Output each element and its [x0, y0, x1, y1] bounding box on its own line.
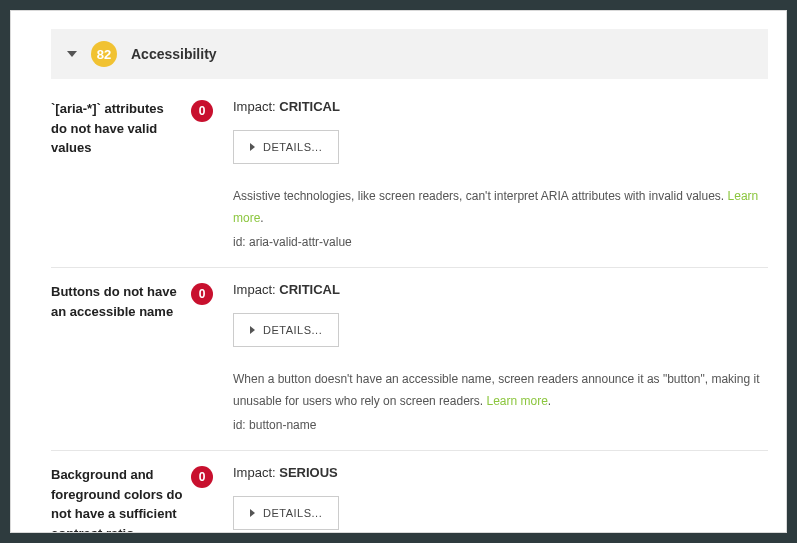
- id-prefix: id:: [233, 418, 246, 432]
- impact-prefix: Impact:: [233, 99, 276, 114]
- period: .: [260, 211, 263, 225]
- impact-value: CRITICAL: [279, 282, 340, 297]
- section-title: Accessibility: [131, 46, 217, 62]
- audit-body: Impact: CRITICAL DETAILS... Assistive te…: [233, 99, 768, 249]
- details-button[interactable]: DETAILS...: [233, 130, 339, 164]
- audit-id: aria-valid-attr-value: [249, 235, 352, 249]
- audit-body: Impact: CRITICAL DETAILS... When a butto…: [233, 282, 768, 432]
- caret-down-icon: [67, 51, 77, 57]
- impact-prefix: Impact:: [233, 282, 276, 297]
- triangle-right-icon: [250, 509, 255, 517]
- learn-more-link[interactable]: Learn more: [486, 394, 547, 408]
- details-label: DETAILS...: [263, 507, 322, 519]
- details-button[interactable]: DETAILS...: [233, 496, 339, 530]
- triangle-right-icon: [250, 143, 255, 151]
- audit-row: Buttons do not have an accessible name 0…: [51, 282, 768, 451]
- impact-value: CRITICAL: [279, 99, 340, 114]
- count-badge: 0: [191, 283, 213, 305]
- audit-title: Background and foreground colors do not …: [51, 465, 191, 533]
- audit-description: Assistive technologies, like screen read…: [233, 186, 768, 229]
- count-badge: 0: [191, 100, 213, 122]
- description-text: Assistive technologies, like screen read…: [233, 189, 724, 203]
- audit-title: Buttons do not have an accessible name: [51, 282, 191, 432]
- id-prefix: id:: [233, 235, 246, 249]
- audit-id: button-name: [249, 418, 316, 432]
- impact-line: Impact: SERIOUS: [233, 465, 768, 480]
- impact-line: Impact: CRITICAL: [233, 99, 768, 114]
- details-button[interactable]: DETAILS...: [233, 313, 339, 347]
- audit-row: Background and foreground colors do not …: [51, 465, 768, 533]
- report-panel: 82 Accessibility `[aria-*]` attributes d…: [10, 10, 787, 533]
- impact-line: Impact: CRITICAL: [233, 282, 768, 297]
- triangle-right-icon: [250, 326, 255, 334]
- audit-body: Impact: SERIOUS DETAILS... Low-contrast …: [233, 465, 768, 533]
- audit-id-line: id: button-name: [233, 418, 768, 432]
- details-label: DETAILS...: [263, 141, 322, 153]
- impact-prefix: Impact:: [233, 465, 276, 480]
- period: .: [548, 394, 551, 408]
- score-badge: 82: [91, 41, 117, 67]
- count-badge: 0: [191, 466, 213, 488]
- audit-title: `[aria-*]` attributes do not have valid …: [51, 99, 191, 249]
- audit-row: `[aria-*]` attributes do not have valid …: [51, 99, 768, 268]
- section-header[interactable]: 82 Accessibility: [51, 29, 768, 79]
- audit-description: When a button doesn't have an accessible…: [233, 369, 768, 412]
- impact-value: SERIOUS: [279, 465, 338, 480]
- audit-id-line: id: aria-valid-attr-value: [233, 235, 768, 249]
- details-label: DETAILS...: [263, 324, 322, 336]
